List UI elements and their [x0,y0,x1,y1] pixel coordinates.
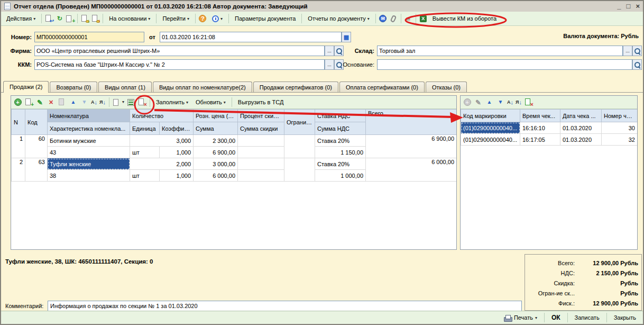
fill-menu-button[interactable]: Заполнить▾ [153,97,191,107]
cell-sum[interactable]: 6 900,00 [194,147,238,158]
history-button[interactable]: ▾ [209,14,226,24]
cell-coefficient[interactable]: 1,000 [160,170,194,182]
cell-vat-sum[interactable]: 1 000,00 [315,170,366,182]
document-reports-menu-button[interactable]: Отчеты по документу▾ [305,14,373,23]
sort-ascending-button[interactable]: А↓ [507,99,513,105]
cell-price[interactable]: 2 300,00 [194,135,238,147]
col-header-price[interactable]: Розн. цена (Р... [194,110,238,122]
cell-unit[interactable]: шт [130,147,160,158]
col-header-discount-sum[interactable]: Сумма скидки [238,122,284,135]
tab-payment-types[interactable]: Виды оплат (1) [98,82,152,93]
delete-row-button[interactable]: × [47,98,56,106]
unpost-document-button[interactable]: ↑ [91,14,100,23]
based-on-menu-button[interactable]: На основании▾ [106,14,153,23]
cell-quantity[interactable]: 3,000 [130,135,194,147]
cell-marking-code-selected[interactable]: (01)029000000040... [461,122,520,134]
col-header-check-date[interactable]: Дата чека ... [560,110,602,122]
date-input[interactable] [160,32,342,42]
export-tsd-button[interactable]: Выгрузить в ТСД [235,97,287,107]
firm-select-button[interactable]: ... [325,46,334,56]
move-down-button[interactable]: ▼ [496,98,505,106]
col-header-total[interactable]: Всего [366,110,456,135]
save-button[interactable]: Записать [571,313,603,322]
refresh-menu-button[interactable]: Обновить▾ [193,97,228,107]
cell-total[interactable]: 6 900,00 [366,135,456,158]
export-excel-button[interactable]: X [419,14,428,23]
cell-vat-sum[interactable]: 1 150,00 [315,147,366,158]
move-up-button[interactable]: ▲ [485,98,494,106]
number-input[interactable] [34,32,144,42]
col-header-discount-percent[interactable]: Процент скидки [238,110,284,122]
cell-nomenclature[interactable]: Ботинки мужские [48,135,130,147]
tab-returns[interactable]: Возвраты (0) [50,82,97,93]
copy-menu-button[interactable]: ▾ [113,98,124,106]
cell-discount-sum[interactable] [238,147,284,158]
close-icon[interactable]: × [636,3,640,10]
tab-sales[interactable]: Продажи (2) [3,81,49,93]
post-document-button[interactable]: ↓ [80,14,89,23]
col-header-nomenclature[interactable]: Номенклатура [48,110,130,122]
basis-input[interactable] [377,59,632,70]
kkm-select-button[interactable]: ... [325,59,334,70]
cell-discount-limit[interactable] [284,158,315,182]
add-row-button[interactable]: + [13,98,22,106]
cell-n[interactable]: 2 [12,158,25,182]
minimize-icon[interactable]: _ [617,3,621,10]
col-header-discount-limit[interactable]: Ограничение скидки [284,110,315,135]
marking-codes-list-button[interactable] [126,98,135,106]
cell-discount-sum[interactable] [238,170,284,182]
calendar-button[interactable]: ▦ [342,32,351,42]
km-out-of-circulation-button[interactable]: Вывести КМ из оборота [429,14,500,23]
help-button[interactable]: ? [198,14,207,23]
cell-marking-code[interactable]: (01)029000000040... [461,134,520,146]
cell-coefficient[interactable]: 1,000 [160,147,194,158]
move-down-button[interactable]: ▼ [80,98,89,106]
cell-quantity[interactable]: 2,000 [130,158,194,170]
actions-menu-button[interactable]: Действия▾ [3,14,39,23]
cell-sum[interactable]: 6 000,00 [194,170,238,182]
ok-button[interactable]: ОК [548,313,564,322]
reread-document-button[interactable]: ↩ [44,14,53,23]
document-parameters-button[interactable]: Параметры документа [232,14,299,23]
col-header-characteristic[interactable]: Характеристика номенкла... [48,122,130,135]
edit-row-button[interactable]: ✎ [35,98,44,106]
cell-check-number[interactable]: 32 [602,134,638,146]
print-menu-button[interactable]: Печать▾ [500,313,541,322]
cell-check-date[interactable]: 01.03.2020 [560,134,602,146]
move-up-button[interactable]: ▲ [69,98,78,106]
tab-certificate-payments[interactable]: Оплата сертификатами (0) [339,82,425,93]
clear-marking-button[interactable]: × [137,98,146,106]
comment-input[interactable] [48,301,522,311]
cell-check-time[interactable]: 16:16:10 [520,122,560,134]
cell-code[interactable]: 63 [25,158,48,182]
cell-nomenclature-selected[interactable]: Туфли женские [48,158,130,170]
cell-check-time[interactable]: 16:17:05 [520,134,560,146]
cell-total[interactable]: 6 000,00 [366,158,456,182]
col-header-vat-rate[interactable]: Ставка НДС [315,110,366,122]
cell-discount-limit[interactable] [284,135,315,158]
refresh-button[interactable]: ↻ [55,14,64,23]
warehouse-open-button[interactable] [632,46,642,56]
cell-discount-percent[interactable] [238,135,284,147]
basis-open-button[interactable] [632,59,642,70]
edit-marking-button[interactable]: ✎ [474,98,483,106]
col-header-vat-sum[interactable]: Сумма НДС [315,122,366,135]
sort-descending-button[interactable]: Я↓ [516,99,522,105]
warehouse-input[interactable] [377,46,623,56]
add-marking-button[interactable]: + [463,98,472,106]
maximize-icon[interactable]: □ [627,3,631,10]
tab-certificate-sales[interactable]: Продажи сертификатов (0) [253,82,338,93]
cell-unit[interactable]: шт [130,170,160,182]
document-structure-button[interactable]: ≡ [404,14,413,23]
end-edit-button[interactable] [58,98,67,106]
close-button[interactable]: Закрыть [610,313,640,322]
cell-discount-percent[interactable] [238,158,284,170]
cell-price[interactable]: 3 000,00 [194,158,238,170]
col-header-quantity[interactable]: Количество [130,110,194,122]
attachments-button[interactable] [389,14,398,23]
cell-n[interactable]: 1 [12,135,25,158]
copy-row-button[interactable]: + [24,98,33,106]
cell-code[interactable]: 60 [25,135,48,158]
col-header-check-number[interactable]: Номер чек... [602,110,638,122]
cell-characteristic[interactable]: 38 [48,170,130,182]
